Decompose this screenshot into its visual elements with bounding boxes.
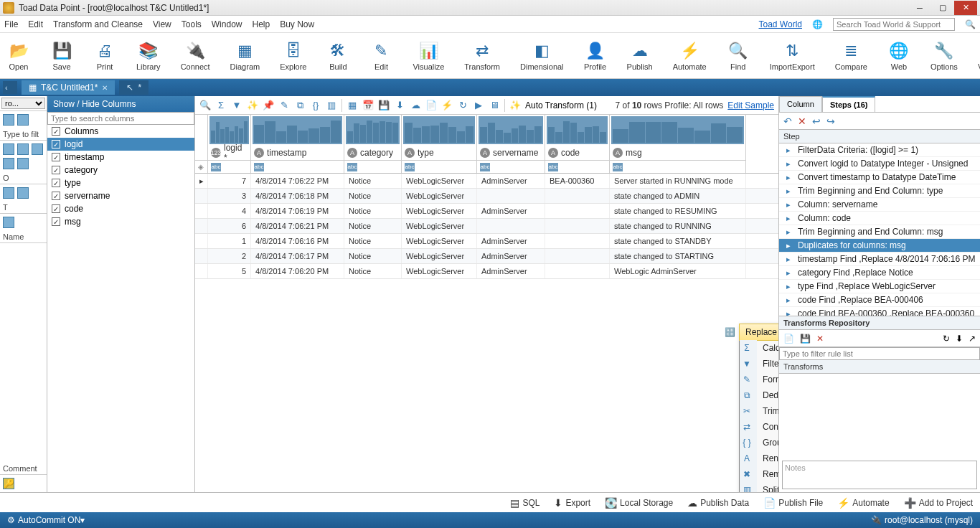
cell[interactable]: BEA-000360	[545, 174, 610, 188]
export-icon[interactable]: ↗	[969, 334, 976, 344]
importexport-button[interactable]: ⇅ImportExport	[770, 41, 815, 71]
cell[interactable]: AdminServer	[477, 234, 545, 248]
tab-untitled1[interactable]: ▦ T&C Untitled1* ✕	[22, 80, 115, 95]
ctx-split-column[interactable]: ▥Split Column	[740, 482, 778, 492]
ctx-deduplicate[interactable]: ⧉Deduplicate	[740, 387, 778, 403]
cell[interactable]: Notice	[344, 189, 402, 203]
step-item[interactable]: ▸Trim Beginning and End Column: type	[779, 184, 980, 198]
menu-edit[interactable]: Edit	[28, 19, 43, 29]
cell[interactable]: Notice	[344, 204, 402, 218]
cell[interactable]: WebLogicServer	[402, 264, 477, 278]
lp-filter-1[interactable]	[3, 143, 14, 155]
menu-help[interactable]: Help	[252, 19, 270, 29]
table-row[interactable]: 44/8/2014 7:06:19 PMNoticeWebLogicServer…	[195, 204, 778, 219]
column-header-timestamp[interactable]: Atimestamp abc	[251, 115, 344, 173]
minimize-button[interactable]: ─	[908, 1, 931, 15]
ctx-trim[interactable]: ✂Trim	[740, 403, 778, 419]
cell[interactable]	[545, 249, 610, 263]
filter-icon[interactable]: abc	[548, 163, 558, 171]
auto-star-icon[interactable]: ✨	[509, 100, 521, 111]
search-input[interactable]	[833, 18, 955, 31]
ctx-group-column[interactable]: { }Group Column	[740, 435, 778, 451]
menu-transform[interactable]: Transform and Cleanse	[53, 19, 143, 29]
maximize-button[interactable]: ▢	[931, 1, 954, 15]
lp-o-2[interactable]	[17, 187, 29, 199]
tb-3-icon[interactable]: 💾	[378, 100, 390, 111]
column-item-servername[interactable]: ✓servername	[47, 189, 194, 202]
ctx-rename-column[interactable]: ARename Column	[740, 451, 778, 466]
cell[interactable]: 4/8/2014 7:06:21 PM	[251, 219, 344, 233]
cell[interactable]: state changed to RUNNING	[610, 219, 746, 233]
build-button[interactable]: 🛠Build	[326, 41, 349, 71]
undo-icon[interactable]: ↶	[783, 116, 792, 127]
cell[interactable]	[545, 204, 610, 218]
column-item-msg[interactable]: ✓msg	[47, 215, 194, 228]
cell[interactable]	[195, 204, 208, 218]
ctx-remove-column[interactable]: ✖Remove Column	[740, 466, 778, 482]
filter-icon[interactable]: abc	[211, 163, 221, 171]
cell[interactable]	[545, 234, 610, 248]
step-item[interactable]: ▸FilterData Criteria: ([logid] >= 1)	[779, 143, 980, 157]
step-item[interactable]: ▸code Find BEA-000360 ,Replace BEA-00036…	[779, 307, 980, 316]
menu-buynow[interactable]: Buy Now	[280, 19, 314, 29]
cell[interactable]: WebLogic AdminServer	[610, 264, 746, 278]
wand-icon[interactable]: ✨	[247, 100, 258, 111]
table-row[interactable]: 24/8/2014 7:06:17 PMNoticeWebLogicServer…	[195, 249, 778, 264]
delete-rule-icon[interactable]: ✕	[816, 334, 824, 344]
step-item[interactable]: ▸Convert timestamp to Datatype DateTime	[779, 171, 980, 184]
cell[interactable]: state changed to STANDBY	[610, 234, 746, 248]
cell[interactable]: 7	[208, 174, 251, 188]
table-row[interactable]: 14/8/2014 7:06:16 PMNoticeWebLogicServer…	[195, 234, 778, 249]
cell[interactable]: 4	[208, 204, 251, 218]
find-button[interactable]: 🔍Find	[727, 41, 750, 71]
refresh-icon[interactable]: ↻	[943, 334, 950, 344]
search-icon[interactable]: 🔍	[965, 19, 976, 29]
tb-5-icon[interactable]: ☁	[410, 100, 421, 111]
cell[interactable]	[195, 234, 208, 248]
step-item[interactable]: ▸Duplicates for columns: msg	[779, 239, 980, 253]
cell[interactable]: 4/8/2014 7:06:19 PM	[251, 204, 344, 218]
cell[interactable]	[195, 264, 208, 278]
table-row[interactable]: 64/8/2014 7:06:21 PMNoticeWebLogicServer…	[195, 219, 778, 234]
cell[interactable]: state changed to STARTING	[610, 249, 746, 263]
lp-icon-2[interactable]	[17, 114, 29, 126]
local-storage-button[interactable]: 💽Local Storage	[605, 497, 673, 509]
automate-button[interactable]: ⚡Automate	[673, 41, 707, 71]
export-button[interactable]: ⬇Export	[554, 497, 590, 509]
add-to-project-button[interactable]: ➕Add to Project	[904, 497, 973, 509]
data-grid[interactable]: ◈ 123logid * abc Atimestamp abc Acategor…	[195, 115, 778, 492]
pencil-icon[interactable]: ✎	[278, 100, 290, 111]
ctx-replace[interactable]: 🔠Replace	[739, 324, 778, 341]
transform-button[interactable]: ⇄Transform	[464, 41, 500, 71]
cell[interactable]: WebLogicServer	[402, 219, 477, 233]
menu-window[interactable]: Window	[212, 19, 242, 29]
cell[interactable]: AdminServer	[477, 204, 545, 218]
cell[interactable]	[477, 189, 545, 203]
save-rule-icon[interactable]: 💾	[800, 334, 811, 344]
column-header-msg[interactable]: Amsg abc	[610, 115, 746, 173]
column-item-columns[interactable]: ✓Columns	[47, 125, 194, 138]
step-item[interactable]: ▸Convert logid to Datatype Integer - Uns…	[779, 157, 980, 171]
menu-tools[interactable]: Tools	[182, 19, 202, 29]
diagram-button[interactable]: ▦Diagram	[230, 41, 260, 71]
cell[interactable]: ▸	[195, 174, 208, 188]
cell[interactable]: Server started in RUNNING mode	[610, 174, 746, 188]
ctx-convert-datatype[interactable]: ⇄Convert Datatype	[740, 419, 778, 435]
tb-2-icon[interactable]: 📅	[362, 100, 374, 111]
column-header-code[interactable]: Acode abc	[545, 115, 610, 173]
cell[interactable]: 2	[208, 249, 251, 263]
tb-8-icon[interactable]: ↻	[457, 100, 468, 111]
edit-button[interactable]: ✎Edit	[369, 41, 392, 71]
column-item-category[interactable]: ✓category	[47, 164, 194, 176]
column-item-type[interactable]: ✓type	[47, 176, 194, 189]
step-item[interactable]: ▸category Find ,Replace Notice	[779, 266, 980, 280]
tb-6-icon[interactable]: 📄	[425, 100, 437, 111]
sigma-icon[interactable]: Σ	[215, 100, 227, 111]
automate-button[interactable]: ⚡Automate	[837, 497, 889, 509]
column-item-code[interactable]: ✓code	[47, 202, 194, 215]
print-button[interactable]: 🖨Print	[93, 41, 116, 71]
save-button[interactable]: 💾Save	[50, 41, 73, 71]
cell[interactable]: WebLogicServer	[402, 204, 477, 218]
cell[interactable]: 4/8/2014 7:06:18 PM	[251, 189, 344, 203]
cell[interactable]: AdminServer	[477, 174, 545, 188]
